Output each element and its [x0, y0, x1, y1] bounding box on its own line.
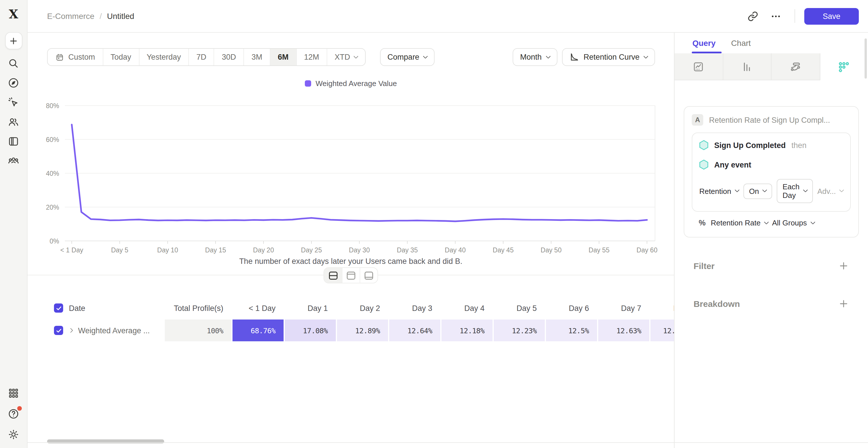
- help-nav-button[interactable]: [7, 407, 20, 420]
- plus-icon: [838, 298, 849, 309]
- cohorts-nav-button[interactable]: [7, 154, 20, 168]
- header-cell-day-7: Day 7: [597, 304, 649, 312]
- granularity-dropdown[interactable]: Month: [513, 48, 557, 66]
- query-card: A Retention Rate of Sign Up Compl... Sig…: [684, 106, 859, 238]
- range-label: 30D: [222, 53, 236, 61]
- add-breakdown-button[interactable]: [838, 298, 849, 309]
- x-tick-label: Day 30: [349, 246, 370, 254]
- flows-icon: [789, 61, 802, 73]
- save-button[interactable]: Save: [804, 8, 859, 24]
- groups-dropdown[interactable]: All Groups: [772, 218, 814, 227]
- breadcrumb-report-title[interactable]: Untitled: [107, 11, 134, 21]
- step-born-event[interactable]: Sign Up Completed then: [692, 135, 850, 155]
- x-tick-label: < 1 Day: [60, 246, 83, 254]
- left-rail: X: [0, 0, 28, 448]
- percent-icon: %: [699, 218, 706, 227]
- header-label: Date: [69, 304, 85, 312]
- range-yesterday[interactable]: Yesterday: [138, 49, 188, 65]
- cohorts-icon: [7, 154, 20, 167]
- report-tab-flows[interactable]: [772, 53, 820, 80]
- range-custom[interactable]: Custom: [48, 49, 102, 65]
- mixpanel-logo-icon[interactable]: X: [7, 7, 20, 21]
- y-tick-label: 60%: [46, 136, 59, 143]
- settings-nav-button[interactable]: [7, 427, 20, 441]
- boards-nav-button[interactable]: [7, 134, 20, 148]
- chevron-down-icon: [764, 219, 769, 224]
- search-nav-button[interactable]: [7, 56, 20, 70]
- on-dropdown[interactable]: On: [743, 183, 772, 199]
- breakdown-section: Breakdown: [684, 298, 859, 309]
- header-cell-date: Date: [47, 304, 164, 313]
- range-6m[interactable]: 6M: [270, 49, 296, 65]
- copy-link-button[interactable]: [743, 7, 763, 25]
- report-tab-retention[interactable]: [820, 53, 868, 80]
- row-name-cell: Weighted Average ...: [47, 326, 164, 335]
- advanced-label: Adv...: [817, 187, 836, 195]
- chart-type-dropdown[interactable]: Retention Curve: [562, 48, 655, 66]
- retention-curve-chart[interactable]: 0%20%40%60%80%< 1 DayDay 5Day 10Day 15Da…: [28, 100, 679, 256]
- range-30d[interactable]: 30D: [214, 49, 244, 65]
- view-toggle-split[interactable]: [324, 268, 342, 283]
- create-button[interactable]: [5, 32, 22, 49]
- step-suffix: then: [792, 141, 807, 149]
- report-main: CustomTodayYesterday7D30D3M6M12MXTD Comp…: [28, 33, 674, 448]
- report-controls-row: CustomTodayYesterday7D30D3M6M12MXTD Comp…: [47, 48, 655, 66]
- header-cell-day-1: Day 1: [284, 304, 336, 312]
- breadcrumb-project[interactable]: E-Commerce: [47, 11, 94, 21]
- select-all-checkbox[interactable]: [54, 304, 63, 313]
- groups-label: All Groups: [772, 218, 807, 227]
- retention-icon: [838, 61, 850, 73]
- breakdown-table: DateTotal Profile(s)< 1 DayDay 1Day 2Day…: [47, 298, 679, 341]
- range-12m[interactable]: 12M: [296, 49, 327, 65]
- table-row[interactable]: Weighted Average ...100%68.76%17.08%12.8…: [47, 319, 679, 341]
- range-xtd[interactable]: XTD: [327, 49, 365, 65]
- query-title[interactable]: Retention Rate of Sign Up Compl...: [709, 115, 830, 124]
- view-toggle-table[interactable]: [360, 268, 377, 283]
- report-tab-funnels[interactable]: [723, 53, 772, 80]
- range-label: 7D: [196, 53, 206, 61]
- step-return-event[interactable]: Any event: [692, 155, 850, 174]
- filter-section: Filter: [684, 261, 859, 271]
- cursor-click-icon: [7, 96, 20, 108]
- row-checkbox[interactable]: [54, 326, 63, 335]
- measure-label: Retention Rate: [711, 218, 761, 227]
- retention-curve-icon: [569, 52, 579, 62]
- panel-scrollbar[interactable]: [865, 38, 867, 78]
- view-toggle-chart[interactable]: [342, 268, 360, 283]
- query-panel: Query Chart: [674, 33, 868, 448]
- chevron-down-icon: [353, 54, 358, 59]
- expand-row-button[interactable]: [69, 329, 72, 332]
- plus-icon: [838, 261, 849, 271]
- measure-dropdown[interactable]: Retention Rate: [711, 218, 768, 227]
- users-icon: [7, 115, 20, 128]
- split-view-icon: [327, 271, 339, 280]
- range-3m[interactable]: 3M: [243, 49, 270, 65]
- tab-chart[interactable]: Chart: [731, 38, 751, 47]
- tab-query[interactable]: Query: [692, 38, 716, 47]
- chevron-down-icon: [763, 187, 767, 193]
- apps-nav-button[interactable]: [7, 386, 20, 400]
- date-range-group: CustomTodayYesterday7D30D3M6M12MXTD: [47, 48, 366, 66]
- x-tick-label: Day 60: [637, 246, 658, 254]
- frequency-dropdown[interactable]: Each Day: [777, 179, 813, 203]
- add-filter-button[interactable]: [838, 261, 849, 271]
- value-cell--1-day: 68.76%: [231, 319, 284, 341]
- report-tab-insights[interactable]: [675, 53, 723, 80]
- compare-button[interactable]: Compare: [380, 48, 435, 66]
- top-actions: Save: [743, 7, 859, 25]
- active-tab-underline: [692, 51, 722, 53]
- x-tick-label: Day 15: [205, 246, 226, 254]
- users-nav-button[interactable]: [7, 115, 20, 129]
- more-menu-button[interactable]: [766, 7, 785, 25]
- advanced-dropdown[interactable]: Adv...: [817, 187, 843, 195]
- events-nav-button[interactable]: [7, 95, 20, 109]
- chevron-down-icon: [423, 54, 428, 59]
- retention-type-dropdown[interactable]: Retention: [699, 187, 739, 195]
- range-label: 3M: [251, 53, 262, 61]
- row-name-label[interactable]: Weighted Average ...: [78, 326, 150, 335]
- range-today[interactable]: Today: [102, 49, 138, 65]
- range-7d[interactable]: 7D: [188, 49, 214, 65]
- filter-section-label: Filter: [693, 261, 714, 271]
- breadcrumb: E-Commerce / Untitled: [47, 11, 134, 21]
- explore-nav-button[interactable]: [7, 76, 20, 90]
